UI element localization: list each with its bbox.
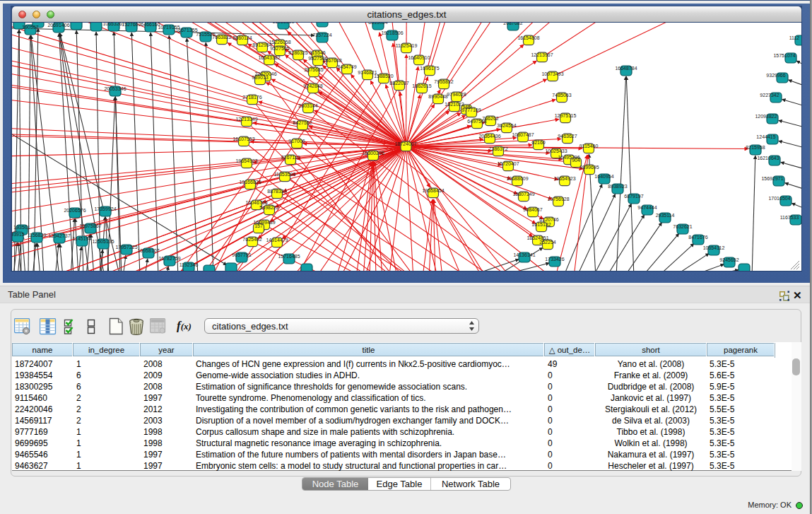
svg-text:14914479: 14914479 xyxy=(266,238,288,243)
svg-text:9115460: 9115460 xyxy=(579,144,599,148)
svg-text:1615132: 1615132 xyxy=(531,222,551,227)
svg-text:16543382: 16543382 xyxy=(258,55,280,60)
svg-text:20206576: 20206576 xyxy=(64,208,86,213)
svg-text:7955812: 7955812 xyxy=(434,79,453,84)
svg-text:17957225: 17957225 xyxy=(115,245,137,250)
svg-text:14136141: 14136141 xyxy=(513,252,535,257)
svg-text:93915: 93915 xyxy=(12,232,25,237)
svg-text:10025433: 10025433 xyxy=(545,148,567,153)
svg-text:16154808: 16154808 xyxy=(517,35,539,40)
svg-text:15716485: 15716485 xyxy=(278,254,300,259)
svg-text:17016504: 17016504 xyxy=(768,196,790,201)
svg-text:12942737: 12942737 xyxy=(48,233,70,238)
svg-text:3875685: 3875685 xyxy=(304,67,323,72)
svg-text:10973493: 10973493 xyxy=(541,71,563,76)
svg-text:9527505: 9527505 xyxy=(270,46,289,51)
svg-text:9657791: 9657791 xyxy=(232,252,251,257)
svg-text:8267110: 8267110 xyxy=(281,155,300,160)
svg-text:12093822: 12093822 xyxy=(755,114,777,119)
svg-text:8860124: 8860124 xyxy=(233,35,252,40)
svg-text:193501: 193501 xyxy=(13,225,30,230)
svg-text:7632621: 7632621 xyxy=(673,224,692,229)
svg-text:62160: 62160 xyxy=(531,140,546,145)
svg-text:2867608: 2867608 xyxy=(322,58,341,63)
svg-text:6120746: 6120746 xyxy=(539,217,558,222)
svg-text:16671355: 16671355 xyxy=(175,28,197,33)
svg-text:1112: 1112 xyxy=(789,35,800,40)
svg-text:157: 157 xyxy=(254,223,263,228)
svg-text:8878334: 8878334 xyxy=(267,189,286,194)
svg-text:8822037: 8822037 xyxy=(389,81,408,86)
svg-text:16107553: 16107553 xyxy=(233,136,254,141)
svg-text:7663822: 7663822 xyxy=(212,35,231,40)
svg-text:16053809: 16053809 xyxy=(272,23,294,24)
svg-text:20053346: 20053346 xyxy=(104,86,126,91)
svg-text:19218506: 19218506 xyxy=(381,30,403,35)
svg-text:8215958: 8215958 xyxy=(746,145,765,150)
svg-text:10654112: 10654112 xyxy=(703,245,725,250)
svg-text:190557: 190557 xyxy=(22,25,38,30)
svg-text:8990448: 8990448 xyxy=(428,94,447,99)
svg-text:1640954: 1640954 xyxy=(594,174,613,179)
svg-text:8938923: 8938923 xyxy=(608,184,627,189)
svg-text:19558454: 19558454 xyxy=(422,188,444,193)
svg-text:2718176: 2718176 xyxy=(242,95,261,100)
svg-text:7485063: 7485063 xyxy=(552,93,571,98)
svg-text:2087682: 2087682 xyxy=(503,23,522,25)
svg-text:1156829: 1156829 xyxy=(28,233,47,238)
svg-text:1244415: 1244415 xyxy=(756,134,775,139)
svg-text:16648784: 16648784 xyxy=(615,66,637,71)
svg-text:8186325: 8186325 xyxy=(288,50,307,55)
svg-text:8454749: 8454749 xyxy=(337,64,356,69)
svg-text:9794028: 9794028 xyxy=(447,92,466,97)
svg-text:20364436: 20364436 xyxy=(478,134,500,139)
svg-text:18807249: 18807249 xyxy=(512,192,534,197)
svg-text:9245652: 9245652 xyxy=(719,257,739,262)
svg-text:1621022: 1621022 xyxy=(445,102,464,107)
svg-text:9777169: 9777169 xyxy=(461,107,481,112)
svg-text:10688609: 10688609 xyxy=(506,176,528,181)
svg-text:7625402: 7625402 xyxy=(242,237,261,242)
svg-text:9329966: 9329966 xyxy=(766,73,785,78)
svg-text:17359924: 17359924 xyxy=(94,206,116,211)
svg-text:10756928: 10756928 xyxy=(547,197,569,201)
svg-text:12213349: 12213349 xyxy=(235,117,257,122)
svg-text:1862615: 1862615 xyxy=(412,83,431,88)
svg-text:917006: 917006 xyxy=(288,139,305,144)
svg-text:9474444: 9474444 xyxy=(637,205,657,210)
svg-text:9242848: 9242848 xyxy=(303,83,322,88)
svg-text:7386372: 7386372 xyxy=(488,146,507,151)
svg-text:16046766: 16046766 xyxy=(245,200,267,205)
svg-text:8471676: 8471676 xyxy=(688,235,707,240)
svg-text:16782759: 16782759 xyxy=(158,256,180,261)
svg-text:1696175: 1696175 xyxy=(420,66,439,71)
svg-text:15720407: 15720407 xyxy=(497,161,519,166)
svg-text:12975115: 12975115 xyxy=(555,113,577,118)
svg-text:15692971: 15692971 xyxy=(761,176,783,181)
svg-text:11353594: 11353594 xyxy=(274,172,296,177)
svg-text:12505135: 12505135 xyxy=(92,239,114,244)
svg-text:9463627: 9463627 xyxy=(558,134,577,139)
svg-text:15226058: 15226058 xyxy=(269,40,290,45)
svg-text:1192346: 1192346 xyxy=(180,262,199,267)
svg-text:8427552: 8427552 xyxy=(293,120,312,125)
svg-text:19654923: 19654923 xyxy=(553,176,575,181)
svg-text:11325419: 11325419 xyxy=(396,43,418,48)
svg-text:9227342: 9227342 xyxy=(760,93,779,98)
svg-text:1167533: 1167533 xyxy=(780,215,799,220)
svg-text:1527602: 1527602 xyxy=(122,23,141,27)
svg-text:18300295: 18300295 xyxy=(362,151,384,156)
svg-text:19166829: 19166829 xyxy=(239,180,261,185)
svg-text:16640910: 16640910 xyxy=(408,55,430,60)
svg-text:10807487: 10807487 xyxy=(512,132,534,137)
svg-text:904: 904 xyxy=(572,158,580,163)
svg-text:20691406: 20691406 xyxy=(47,23,69,28)
svg-text:7357224: 7357224 xyxy=(312,33,331,37)
svg-text:8813054: 8813054 xyxy=(368,23,387,25)
svg-text:9084067: 9084067 xyxy=(523,207,542,212)
svg-text:16210643: 16210643 xyxy=(757,156,779,160)
svg-text:1733426: 1733426 xyxy=(545,257,564,262)
svg-text:12213967: 12213967 xyxy=(531,52,553,57)
svg-text:989013: 989013 xyxy=(252,75,268,80)
svg-text:1588520: 1588520 xyxy=(374,74,393,78)
